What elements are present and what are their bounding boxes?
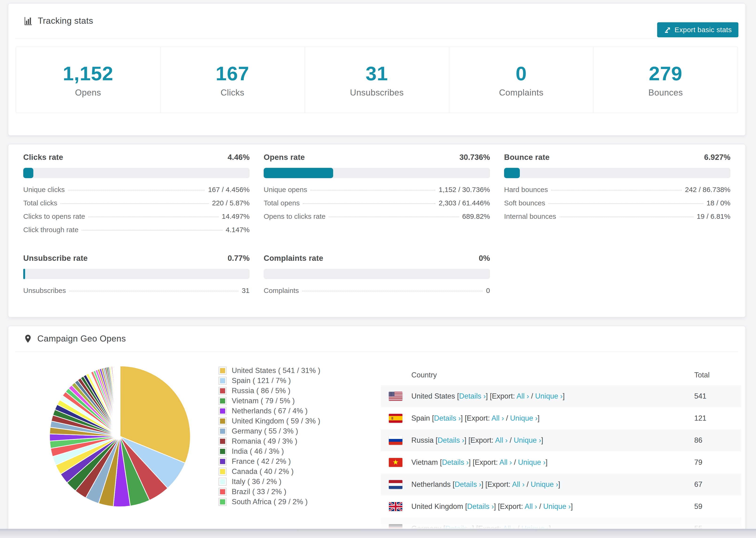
legend-item-italy: Italy ( 36 / 2% ): [219, 476, 320, 487]
rate-title: Bounce rate: [504, 153, 550, 162]
rate-detail-label: Total clicks: [23, 199, 57, 207]
rate-block-complaints-rate: Complaints rate0%Complaints0: [264, 254, 490, 300]
export-all-link[interactable]: All ›: [516, 392, 529, 400]
legend-swatch-icon: [219, 417, 227, 425]
progress-bar-complaints-rate: [264, 269, 490, 279]
country-cell-united-kingdom: United Kingdom [Details ›] [Export: All …: [411, 502, 694, 511]
dotted-leader: [302, 291, 483, 291]
rate-detail-row: Soft bounces18 / 0%: [504, 199, 730, 212]
legend-item-spain: Spain ( 121 / 7% ): [219, 376, 320, 386]
rates-grid: Clicks rate4.46%Unique clicks167 / 4.456…: [8, 144, 745, 300]
page-bottom-band: [0, 529, 756, 538]
table-row-united-states: United States [Details ›] [Export: All ›…: [381, 385, 741, 407]
column-header-total: Total: [694, 371, 741, 379]
export-unique-link[interactable]: Unique ›: [518, 458, 545, 466]
progress-bar-fill: [23, 168, 33, 178]
dotted-leader: [68, 190, 205, 190]
legend-label: France ( 42 / 2% ): [232, 457, 291, 466]
export-basic-stats-button[interactable]: Export basic stats: [657, 22, 738, 37]
legend-label: Vietnam ( 79 / 5% ): [232, 397, 295, 405]
dotted-leader: [69, 291, 239, 291]
stat-value-bounces: 279: [649, 62, 682, 85]
rate-title: Complaints rate: [264, 254, 323, 263]
legend-swatch-icon: [219, 437, 227, 445]
export-unique-link[interactable]: Unique ›: [514, 436, 541, 444]
rate-block-bounce-rate: Bounce rate6.927%Hard bounces242 / 86.73…: [504, 153, 730, 239]
table-header-row: Country Total: [381, 365, 741, 385]
export-all-link[interactable]: All ›: [499, 458, 512, 466]
flag-gb-icon: [389, 502, 403, 511]
tracking-stats-header: Tracking stats: [15, 4, 738, 39]
page-title: Tracking stats: [38, 16, 93, 26]
dotted-leader: [549, 203, 703, 204]
export-unique-link[interactable]: Unique ›: [531, 480, 558, 488]
rate-value: 6.927%: [704, 153, 730, 162]
total-cell-vietnam: 79: [694, 458, 741, 467]
export-unique-link[interactable]: Unique ›: [535, 392, 563, 400]
export-unique-link[interactable]: Unique ›: [543, 502, 571, 511]
rate-head-bounce-rate: Bounce rate6.927%: [504, 153, 730, 164]
details-link[interactable]: Details ›: [459, 392, 486, 400]
rate-detail-row: Unsubscribes31: [23, 287, 249, 300]
details-link[interactable]: Details ›: [467, 502, 494, 511]
rate-detail-rows: Complaints0: [264, 287, 490, 300]
rate-detail-value: 242 / 86.738%: [685, 186, 730, 194]
dotted-leader: [560, 217, 693, 217]
stat-value-complaints: 0: [515, 62, 527, 85]
table-row-russia: Russia [Details ›] [Export: All › / Uniq…: [381, 429, 741, 452]
legend-swatch-icon: [219, 488, 227, 496]
legend-swatch-icon: [219, 397, 227, 405]
export-button-label: Export basic stats: [675, 26, 732, 34]
details-link[interactable]: Details ›: [455, 480, 481, 488]
rate-detail-value: 220 / 5.87%: [212, 199, 249, 207]
legend-label: Netherlands ( 67 / 4% ): [232, 407, 307, 415]
export-all-link[interactable]: All ›: [495, 436, 508, 444]
geo-opens-header: Campaign Geo Opens: [15, 326, 738, 352]
legend-item-canada: Canada ( 40 / 2% ): [219, 466, 320, 476]
rate-title: Clicks rate: [23, 153, 63, 162]
details-link[interactable]: Details ›: [438, 436, 464, 444]
export-all-link[interactable]: All ›: [491, 414, 504, 422]
progress-bar-opens-rate: [264, 168, 490, 178]
rate-detail-row: Total opens2,303 / 61.446%: [264, 199, 490, 212]
rate-head-complaints-rate: Complaints rate0%: [264, 254, 490, 265]
flag-ru-icon: [389, 436, 403, 445]
total-cell-netherlands: 67: [694, 480, 741, 489]
legend-label: South Africa ( 29 / 2% ): [232, 498, 308, 506]
dotted-leader: [82, 230, 222, 231]
progress-bar-fill: [264, 168, 333, 178]
export-all-link[interactable]: All ›: [512, 480, 524, 488]
table-row-united-kingdom: United Kingdom [Details ›] [Export: All …: [381, 496, 741, 517]
export-unique-link[interactable]: Unique ›: [510, 414, 537, 422]
total-cell-united-kingdom: 59: [694, 502, 741, 511]
stat-label-unsubscribes: Unsubscribes: [350, 88, 404, 98]
pie-legend: United States ( 541 / 31% )Spain ( 121 /…: [219, 365, 320, 507]
rate-detail-row: Complaints0: [264, 287, 490, 300]
progress-bar-unsubscribe-rate: [23, 269, 249, 279]
details-link[interactable]: Details ›: [434, 414, 461, 422]
rate-detail-label: Soft bounces: [504, 199, 545, 207]
country-cell-united-states: United States [Details ›] [Export: All ›…: [411, 392, 694, 401]
legend-item-united-states: United States ( 541 / 31% ): [219, 365, 320, 376]
rate-value: 4.46%: [228, 153, 249, 162]
geo-opens-pie-chart: [45, 361, 195, 511]
rate-block-clicks-rate: Clicks rate4.46%Unique clicks167 / 4.456…: [23, 153, 249, 239]
rate-value: 0%: [479, 254, 490, 263]
rate-detail-row: Internal bounces19 / 6.81%: [504, 212, 730, 226]
total-cell-russia: 86: [694, 436, 741, 445]
rate-detail-value: 1,152 / 30.736%: [439, 186, 490, 194]
export-all-link[interactable]: All ›: [524, 502, 537, 511]
stat-tile-complaints: 0Complaints: [449, 47, 594, 113]
rate-value: 30.736%: [459, 153, 490, 162]
details-link[interactable]: Details ›: [442, 458, 469, 466]
rate-detail-value: 2,303 / 61.446%: [439, 199, 490, 207]
geo-country-table: Country Total United States [Details ›] …: [381, 365, 741, 538]
legend-label: Italy ( 36 / 2% ): [232, 477, 282, 486]
rate-detail-row: Unique opens1,152 / 30.736%: [264, 186, 490, 199]
progress-bar-bounce-rate: [504, 168, 730, 178]
table-row-vietnam: Vietnam [Details ›] [Export: All › / Uni…: [381, 452, 741, 473]
legend-item-russia: Russia ( 86 / 5% ): [219, 386, 320, 396]
dotted-leader: [310, 190, 435, 190]
stat-label-opens: Opens: [75, 88, 101, 98]
rate-title: Opens rate: [264, 153, 305, 162]
